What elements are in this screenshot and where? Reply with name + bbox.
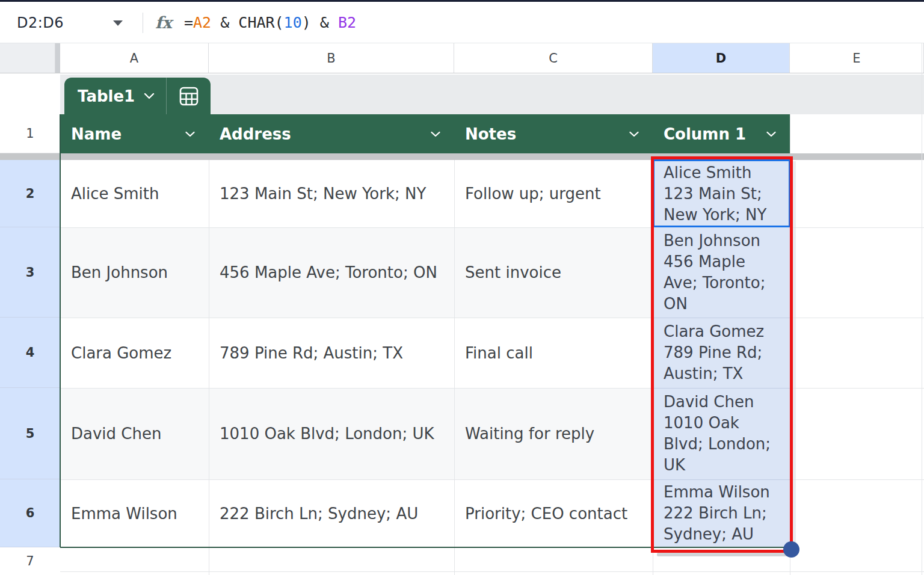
- fx-icon: fx: [155, 2, 172, 43]
- spreadsheet-app: D2:D6 fx =A2 & CHAR(10) & B2 A B C D E T…: [0, 0, 924, 575]
- chevron-down-icon[interactable]: [430, 131, 441, 137]
- cell-b2[interactable]: 123 Main St; New York; NY: [209, 160, 454, 227]
- formula-token-amp: &: [311, 14, 338, 31]
- row-header-6-selected[interactable]: 6: [0, 479, 60, 547]
- table-header-notes-label: Notes: [465, 125, 516, 143]
- formula-token-amp-char: & CHAR(: [211, 14, 283, 31]
- corner-strip: [55, 43, 60, 73]
- column-header-c[interactable]: C: [454, 43, 653, 73]
- table-header-column1[interactable]: Column 1: [653, 114, 790, 153]
- table-header-address[interactable]: Address: [209, 114, 454, 153]
- chevron-down-icon[interactable]: [143, 92, 155, 100]
- cell-c4[interactable]: Final call: [454, 318, 653, 388]
- cell-b6[interactable]: 222 Birch Ln; Sydney; AU: [209, 479, 454, 547]
- cell-b4[interactable]: 789 Pine Rd; Austin; TX: [209, 318, 454, 388]
- select-all-corner[interactable]: [0, 43, 55, 73]
- chevron-down-icon[interactable]: [766, 131, 777, 137]
- formula-bar: D2:D6 fx =A2 & CHAR(10) & B2: [0, 2, 924, 43]
- column-header-row: A B C D E: [0, 43, 924, 73]
- name-box-dropdown-icon[interactable]: [113, 20, 123, 26]
- column-header-d-selected[interactable]: D: [653, 43, 790, 73]
- cell-a5[interactable]: David Chen: [60, 388, 209, 479]
- row-header-7[interactable]: 7: [0, 547, 60, 575]
- table-header-address-label: Address: [220, 125, 291, 143]
- cell-c6[interactable]: Priority; CEO contact: [454, 479, 653, 547]
- table-header-notes[interactable]: Notes: [454, 114, 653, 153]
- cell-e1[interactable]: [790, 114, 924, 153]
- formula-token-eq: =: [184, 14, 193, 31]
- table-chip-name[interactable]: Table1: [78, 87, 135, 105]
- row-header-2-selected[interactable]: 2: [0, 160, 60, 227]
- formula-token-ref-a2: A2: [193, 14, 211, 31]
- chevron-down-icon[interactable]: [185, 131, 196, 137]
- formula-token-number: 10: [284, 14, 302, 31]
- cell-c2[interactable]: Follow up; urgent: [454, 160, 653, 227]
- row-header-4-selected[interactable]: 4: [0, 318, 60, 388]
- chip-band-left: [0, 73, 60, 114]
- row-header-1[interactable]: 1: [0, 114, 60, 153]
- cell-b5[interactable]: 1010 Oak Blvd; London; UK: [209, 388, 454, 479]
- cell-a6[interactable]: Emma Wilson: [60, 479, 209, 547]
- selection-shadow: [657, 553, 793, 556]
- cell-c3[interactable]: Sent invoice: [454, 227, 653, 318]
- row-header-3-selected[interactable]: 3: [0, 227, 60, 318]
- table-header-name[interactable]: Name: [60, 114, 209, 153]
- table-grid-icon[interactable]: [167, 78, 211, 114]
- table-header-name-label: Name: [71, 125, 122, 143]
- cell-a2[interactable]: Alice Smith: [60, 160, 209, 227]
- cell-c5[interactable]: Waiting for reply: [454, 388, 653, 479]
- selection-shadow: [793, 161, 796, 553]
- formula-token-close: ): [302, 14, 311, 31]
- column-header-b[interactable]: B: [209, 43, 454, 73]
- selection-handle[interactable]: [783, 541, 799, 558]
- table-chip[interactable]: Table1: [64, 78, 211, 114]
- row-header-5-selected[interactable]: 5: [0, 388, 60, 479]
- cell-a4[interactable]: Clara Gomez: [60, 318, 209, 388]
- chevron-down-icon[interactable]: [629, 131, 639, 137]
- formula-bar-divider: [143, 13, 143, 33]
- gridline: [0, 571, 924, 572]
- cell-b3[interactable]: 456 Maple Ave; Toronto; ON: [209, 227, 454, 318]
- gridline: [922, 43, 922, 575]
- red-annotation-box: [651, 156, 793, 553]
- formula-token-ref-b2: B2: [338, 14, 356, 31]
- cell-a3[interactable]: Ben Johnson: [60, 227, 209, 318]
- table-header-column1-label: Column 1: [664, 125, 746, 143]
- table-left-border: [60, 114, 61, 547]
- formula-input[interactable]: =A2 & CHAR(10) & B2: [184, 2, 356, 43]
- column-header-a[interactable]: A: [60, 43, 209, 73]
- column-header-e[interactable]: E: [790, 43, 924, 73]
- name-box[interactable]: D2:D6: [17, 2, 64, 43]
